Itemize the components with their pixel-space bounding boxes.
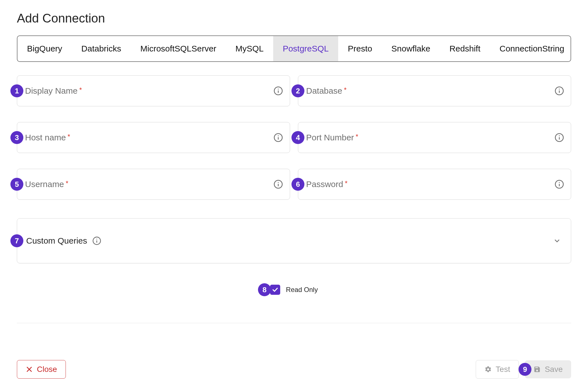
chevron-down-icon [553,237,561,245]
svg-point-17 [559,182,560,183]
save-icon [533,366,541,373]
tab-connectionstring[interactable]: ConnectionString [490,36,571,61]
close-button[interactable]: Close [17,360,66,379]
tab-databricks[interactable]: Databricks [72,36,131,61]
svg-point-20 [96,239,97,240]
svg-point-14 [278,182,279,183]
host-name-field[interactable]: Host name* [17,122,290,153]
connection-type-tabs: BigQuery Databricks MicrosoftSQLServer M… [17,35,571,62]
save-button-label: Save [545,365,563,374]
info-icon[interactable] [273,179,283,189]
read-only-label: Read Only [286,286,318,294]
username-label: Username* [25,179,68,189]
info-icon[interactable] [555,179,564,189]
read-only-checkbox[interactable] [270,285,280,295]
tab-bigquery[interactable]: BigQuery [17,36,72,61]
info-icon[interactable] [273,86,283,96]
info-icon[interactable] [555,133,564,142]
host-name-label: Host name* [25,133,70,142]
gear-icon [484,366,492,373]
database-field[interactable]: Database* [298,75,571,106]
username-field[interactable]: Username* [17,169,290,200]
display-name-field[interactable]: Display Name* [17,75,290,106]
save-button[interactable]: Save [525,360,571,378]
tab-microsoftsqlserver[interactable]: MicrosoftSQLServer [131,36,226,61]
display-name-label: Display Name* [25,86,82,96]
tab-redshift[interactable]: Redshift [440,36,490,61]
svg-point-8 [278,135,279,136]
custom-queries-label: Custom Queries [26,236,87,246]
info-icon[interactable] [273,133,283,142]
tab-snowflake[interactable]: Snowflake [382,36,440,61]
tab-mysql[interactable]: MySQL [226,36,273,61]
test-button[interactable]: Test [476,360,519,379]
close-button-label: Close [37,365,57,374]
password-label: Password* [306,179,347,189]
test-button-label: Test [496,365,510,374]
port-number-field[interactable]: Port Number* [298,122,571,153]
tab-postgresql[interactable]: PostgreSQL [273,36,338,61]
info-icon[interactable] [92,236,101,245]
database-label: Database* [306,86,347,96]
tab-presto[interactable]: Presto [338,36,382,61]
page-title: Add Connection [17,11,571,25]
custom-queries-accordion[interactable]: Custom Queries [17,218,571,263]
svg-point-2 [278,89,279,89]
password-field[interactable]: Password* [298,169,571,200]
divider [17,323,571,323]
info-icon[interactable] [555,86,564,96]
svg-point-5 [559,89,560,89]
port-number-label: Port Number* [306,133,358,142]
svg-point-11 [559,135,560,136]
